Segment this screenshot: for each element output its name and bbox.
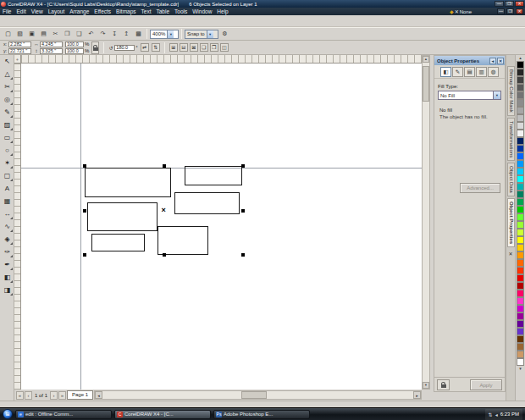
- scroll-up-icon[interactable]: ▴: [423, 56, 429, 63]
- document-minimize-icon[interactable]: —: [497, 8, 505, 14]
- connector-tool[interactable]: ∿: [1, 220, 14, 233]
- docker-close-icon[interactable]: ✕: [497, 58, 504, 64]
- taskbar-button[interactable]: PsAdobe Photoshop E...: [213, 410, 310, 419]
- redo-icon[interactable]: ↷: [97, 29, 108, 39]
- smart-fill-tool[interactable]: ▨: [1, 119, 14, 131]
- pick-tool[interactable]: ↖: [1, 55, 14, 68]
- vertical-guideline[interactable]: [80, 64, 81, 390]
- color-swatch[interactable]: [517, 335, 524, 343]
- lock-ratio-button[interactable]: [91, 41, 99, 54]
- color-swatch[interactable]: [517, 213, 524, 221]
- docker-tab-transformations[interactable]: Transformations: [507, 118, 515, 161]
- color-swatch[interactable]: [517, 145, 524, 152]
- start-button[interactable]: ⊞: [3, 409, 13, 419]
- horizontal-ruler[interactable]: [21, 55, 422, 64]
- color-swatch[interactable]: [517, 305, 524, 312]
- group-icon[interactable]: ◫: [220, 43, 229, 52]
- zoom-tool[interactable]: ◎: [1, 93, 14, 106]
- polygon-tool[interactable]: ✶: [1, 157, 14, 169]
- color-swatch[interactable]: [517, 69, 524, 76]
- selection-handle[interactable]: [83, 164, 86, 168]
- menu-window[interactable]: Window: [190, 8, 214, 15]
- object-height-field[interactable]: 3.325 ": [40, 48, 63, 54]
- menu-file[interactable]: File: [0, 8, 14, 15]
- color-swatch[interactable]: [517, 198, 524, 206]
- zoom-dropdown-arrow-icon[interactable]: ▾: [167, 30, 174, 38]
- horizontal-scrollbar[interactable]: ◂ ▸: [94, 390, 422, 400]
- advanced-button[interactable]: Advanced...: [460, 183, 500, 193]
- rectangle-object[interactable]: [158, 226, 208, 255]
- selection-handle[interactable]: [163, 253, 166, 257]
- vertical-scrollbar[interactable]: ▴ ▾: [422, 55, 430, 390]
- object-width-field[interactable]: 4.245 ": [40, 41, 63, 47]
- rectangle-object[interactable]: [91, 234, 145, 251]
- color-swatch[interactable]: [517, 282, 524, 290]
- color-swatch[interactable]: [517, 61, 524, 69]
- previous-page-icon[interactable]: ‹: [25, 391, 32, 400]
- color-swatch[interactable]: [517, 236, 524, 244]
- color-swatch[interactable]: [517, 351, 524, 358]
- blend-tool[interactable]: ◈: [1, 233, 14, 246]
- color-swatch[interactable]: [517, 122, 524, 130]
- docker-lock-button[interactable]: [437, 379, 450, 390]
- last-page-icon[interactable]: »: [58, 391, 66, 400]
- general-tab[interactable]: ▤: [464, 67, 475, 77]
- scroll-right-icon[interactable]: ▸: [413, 391, 421, 399]
- color-swatch[interactable]: [517, 221, 524, 229]
- palette-scroll-up-icon[interactable]: ▴: [519, 55, 522, 61]
- table-tool[interactable]: ▦: [1, 195, 14, 207]
- mirror-horizontal-button[interactable]: ⇄: [141, 43, 149, 52]
- x-position-field[interactable]: 2.282 ": [8, 41, 31, 47]
- docker-tab-object-data[interactable]: Object Data: [507, 163, 515, 196]
- color-swatch[interactable]: [517, 274, 524, 282]
- menu-view[interactable]: View: [29, 8, 46, 15]
- page-1-tab[interactable]: Page 1: [67, 390, 93, 400]
- selection-handle[interactable]: [241, 253, 245, 257]
- color-swatch[interactable]: [517, 191, 524, 198]
- menu-effects[interactable]: Effects: [91, 8, 113, 15]
- color-swatch[interactable]: [517, 259, 524, 267]
- color-swatch[interactable]: [517, 328, 524, 335]
- close-icon[interactable]: ✕: [515, 1, 524, 7]
- vertical-scroll-thumb[interactable]: [423, 66, 429, 102]
- combine-icon[interactable]: ⊞: [169, 43, 178, 52]
- menu-text[interactable]: Text: [139, 8, 154, 15]
- color-swatch[interactable]: [517, 343, 524, 351]
- menu-layout[interactable]: Layout: [46, 8, 68, 15]
- selection-center-marker[interactable]: ×: [162, 207, 166, 214]
- detail-tab[interactable]: ▥: [476, 67, 487, 77]
- next-page-icon[interactable]: ›: [50, 391, 58, 400]
- color-swatch[interactable]: [517, 84, 524, 91]
- color-swatch[interactable]: [517, 137, 524, 145]
- rotation-angle-field[interactable]: 180.0: [114, 45, 135, 51]
- maximize-icon[interactable]: ❐: [505, 1, 514, 7]
- color-swatch[interactable]: [517, 91, 524, 99]
- save-icon[interactable]: ▣: [26, 29, 37, 39]
- palette-scroll-down-icon[interactable]: ▾: [519, 366, 522, 372]
- menu-table[interactable]: Table: [154, 8, 173, 15]
- color-swatch[interactable]: [517, 76, 524, 84]
- color-swatch[interactable]: [517, 130, 524, 137]
- undo-icon[interactable]: ↶: [86, 29, 97, 39]
- color-swatch[interactable]: [517, 251, 524, 259]
- drawing-canvas[interactable]: ×: [21, 64, 422, 390]
- app-launcher-icon[interactable]: ▩: [133, 29, 144, 39]
- internet-tab[interactable]: ◍: [488, 67, 499, 77]
- paste-icon[interactable]: ❑: [74, 29, 85, 39]
- color-swatch[interactable]: [517, 320, 524, 328]
- color-swatch[interactable]: [517, 107, 524, 114]
- menu-bitmaps[interactable]: Bitmaps: [113, 8, 138, 15]
- interactive-fill-tool[interactable]: ◨: [1, 284, 14, 296]
- color-swatch[interactable]: [517, 99, 524, 107]
- weld-icon[interactable]: ⊟: [180, 43, 188, 52]
- rectangle-object[interactable]: [87, 202, 158, 231]
- to-back-icon[interactable]: ❐: [210, 43, 218, 52]
- menu-help[interactable]: Help: [214, 8, 230, 15]
- color-swatch[interactable]: [517, 267, 524, 274]
- rectangle-object[interactable]: [185, 166, 242, 185]
- color-swatch[interactable]: [517, 160, 524, 168]
- color-swatch[interactable]: [517, 229, 524, 236]
- fill-type-dropdown-arrow-icon[interactable]: ▾: [493, 91, 500, 99]
- color-swatch[interactable]: [517, 290, 524, 297]
- selection-handle[interactable]: [241, 164, 245, 168]
